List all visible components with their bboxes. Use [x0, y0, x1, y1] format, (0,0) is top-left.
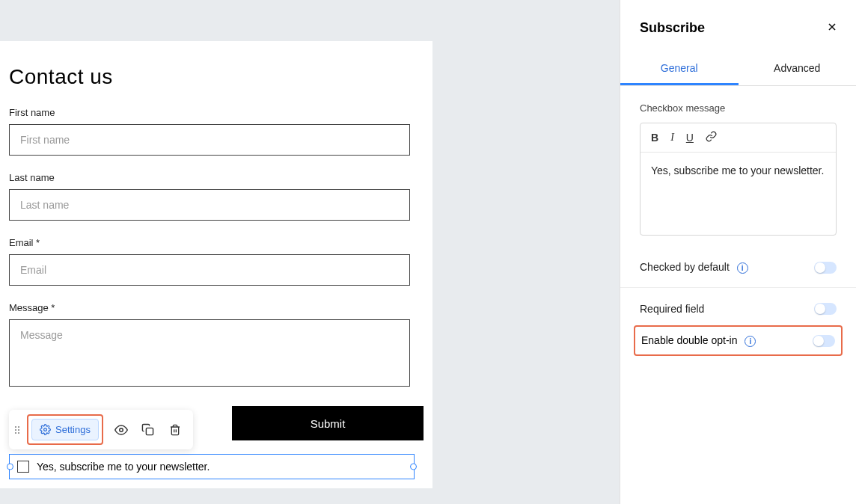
italic-button[interactable]: I: [670, 132, 674, 144]
toggle-required-field[interactable]: [814, 303, 837, 315]
label-first-name: First name: [9, 107, 424, 118]
tab-advanced[interactable]: Advanced: [739, 53, 857, 85]
input-email[interactable]: [9, 254, 410, 286]
eye-icon: [114, 423, 128, 437]
row-required-field: Required field: [640, 292, 837, 325]
preview-button[interactable]: [108, 417, 135, 443]
input-first-name[interactable]: [9, 124, 410, 156]
close-icon: [826, 21, 838, 33]
checked-by-default-label: Checked by default: [640, 261, 730, 273]
checkbox-message-label: Checkbox message: [640, 102, 837, 114]
link-button[interactable]: [706, 131, 717, 144]
label-message: Message *: [9, 302, 424, 313]
underline-button[interactable]: U: [686, 132, 694, 144]
submit-button[interactable]: Submit: [232, 406, 424, 440]
link-icon: [706, 131, 717, 142]
required-field-label: Required field: [640, 303, 704, 315]
settings-button[interactable]: Settings: [31, 419, 99, 440]
field-last-name: Last name: [9, 172, 424, 221]
enable-double-optin-label: Enable double opt-in: [641, 334, 737, 346]
contact-form-card: Contact us First name Last name Email * …: [0, 41, 432, 488]
row-checked-by-default: Checked by default i: [640, 251, 837, 284]
row-enable-double-optin: Enable double opt-in i: [634, 325, 843, 356]
info-icon[interactable]: i: [745, 336, 756, 347]
info-icon[interactable]: i: [737, 262, 748, 274]
field-message: Message *: [9, 302, 424, 390]
checkbox-label: Yes, subscribe me to your newsletter.: [37, 461, 210, 473]
toggle-checked-by-default[interactable]: [814, 262, 837, 274]
form-title: Contact us: [9, 65, 424, 89]
panel-title: Subscribe: [640, 20, 705, 36]
drag-handle-icon[interactable]: [13, 426, 22, 434]
checkbox-icon[interactable]: [17, 461, 29, 473]
field-email: Email *: [9, 237, 424, 286]
panel-tabs: General Advanced: [620, 53, 856, 86]
svg-point-1: [120, 428, 123, 431]
bold-button[interactable]: B: [651, 132, 658, 144]
gear-icon: [40, 424, 51, 435]
svg-rect-2: [147, 428, 153, 434]
rte-toolbar: B I U: [641, 123, 836, 153]
input-last-name[interactable]: [9, 189, 410, 221]
delete-button[interactable]: [162, 417, 189, 443]
rte-editor: B I U Yes, subscribe me to your newslett…: [640, 123, 837, 236]
rte-content[interactable]: Yes, subscribe me to your newsletter.: [641, 153, 836, 235]
settings-highlight: Settings: [27, 414, 103, 445]
settings-panel: Subscribe General Advanced Checkbox mess…: [620, 0, 856, 504]
element-toolbar: Settings: [9, 410, 193, 449]
svg-point-0: [44, 428, 47, 431]
label-email: Email *: [9, 237, 424, 248]
divider: [620, 287, 856, 288]
duplicate-button[interactable]: [135, 417, 162, 443]
settings-label: Settings: [55, 424, 91, 435]
close-button[interactable]: [823, 16, 841, 40]
label-last-name: Last name: [9, 172, 424, 183]
toggle-enable-double-optin[interactable]: [813, 335, 835, 347]
subscribe-checkbox-row[interactable]: Yes, subscribe me to your newsletter.: [9, 454, 415, 479]
input-message[interactable]: [9, 319, 410, 387]
trash-icon: [169, 424, 181, 436]
copy-icon: [141, 423, 154, 436]
field-first-name: First name: [9, 107, 424, 156]
tab-general[interactable]: General: [620, 53, 739, 85]
